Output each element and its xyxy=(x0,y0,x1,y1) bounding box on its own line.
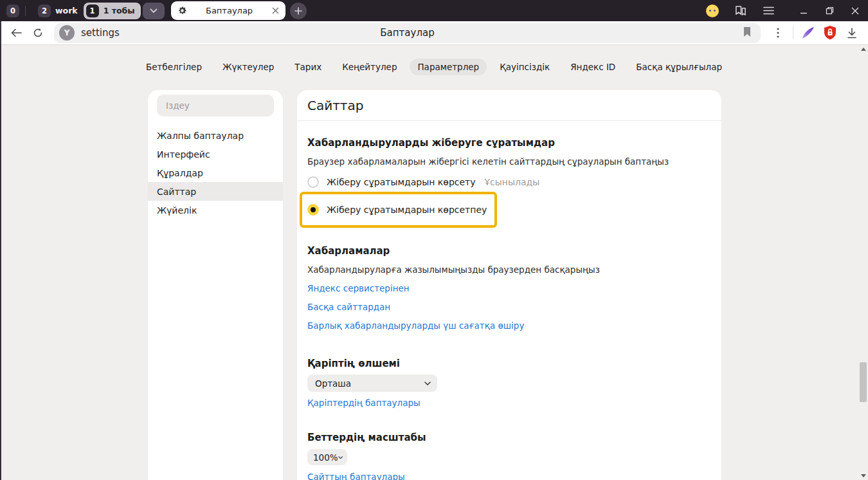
nav-tab-other-devices[interactable]: Басқа құрылғылар xyxy=(628,59,730,75)
nav-tab-extensions[interactable]: Кеңейтулер xyxy=(334,59,404,75)
toolbar-separator xyxy=(793,26,793,39)
link-yandex-services[interactable]: Яндекс сервистерінен xyxy=(307,282,711,295)
recommended-badge: Ұсынылады xyxy=(485,177,540,187)
nav-tab-bookmarks[interactable]: Бетбелгілер xyxy=(138,59,210,75)
address-url[interactable]: settings xyxy=(81,27,120,39)
section-description: Хабарландыруларға жазылымыңызды браузерд… xyxy=(307,263,711,276)
bookmark-button[interactable] xyxy=(743,26,752,41)
sidebar-item-system[interactable]: Жүйелік xyxy=(148,201,283,219)
toolbar-kebab-button[interactable] xyxy=(767,23,789,42)
bookmark-icon xyxy=(743,26,752,38)
tab-group-count-badge: 0 xyxy=(6,5,19,17)
side-panel-button[interactable] xyxy=(734,5,746,17)
page-scrollbar[interactable] xyxy=(859,45,868,480)
extension-feather-button[interactable] xyxy=(797,23,819,42)
sidebar-item-sites[interactable]: Сайттар xyxy=(148,182,283,201)
protect-shield-button[interactable] xyxy=(819,23,841,42)
plus-icon xyxy=(294,7,302,15)
tab-group-work[interactable]: 2 work xyxy=(38,5,78,17)
tab-group-0[interactable]: 0 xyxy=(6,5,19,17)
scrollbar-down-arrow[interactable] xyxy=(861,474,866,477)
back-arrow-icon xyxy=(11,28,22,37)
link-site-settings[interactable]: Сайттың баптаулары xyxy=(307,472,405,480)
nav-tab-downloads[interactable]: Жүктеулер xyxy=(215,59,282,75)
group-separator xyxy=(25,6,26,16)
tab-group-count-badge: 1 xyxy=(86,5,99,17)
profile-avatar[interactable] xyxy=(706,5,719,17)
address-page-title: Баптаулар xyxy=(54,27,761,39)
section-heading-font-size: Қаріптің өлшемі xyxy=(307,357,711,370)
sidebar-item-interface[interactable]: Интерфейс xyxy=(148,145,283,163)
chevron-down-icon xyxy=(150,8,158,14)
radio-label[interactable]: Жіберу сұратымдарын көрсету xyxy=(327,177,476,187)
link-other-sites[interactable]: Басқа сайттардан xyxy=(307,300,711,313)
page-zoom-select[interactable]: 100% xyxy=(307,449,347,465)
notification-links: Яндекс сервистерінен Басқа сайттардан Ба… xyxy=(307,282,711,332)
font-size-value: Орташа xyxy=(315,378,351,389)
reload-icon xyxy=(33,28,43,38)
browser-toolbar: Y settings Баптаулар xyxy=(0,21,868,45)
downloads-button[interactable] xyxy=(841,23,863,42)
nav-tab-yandex-id[interactable]: Яндекс ID xyxy=(563,59,623,75)
shield-lock-icon xyxy=(823,25,837,41)
titlebar-right-controls xyxy=(706,0,868,21)
page-title: Сайттар xyxy=(307,98,363,113)
active-tab-settings[interactable]: Баптаулар xyxy=(171,1,285,20)
download-icon xyxy=(847,28,857,39)
minimize-button[interactable] xyxy=(791,0,817,21)
section-description: Браузер хабарламаларын жібергісі келетін… xyxy=(307,155,711,168)
close-window-button[interactable] xyxy=(842,0,868,21)
nav-tab-settings[interactable]: Параметрлер xyxy=(410,59,487,75)
close-icon xyxy=(851,7,859,15)
settings-nav-tabs: Бетбелгілер Жүктеулер Тарих Кеңейтулер П… xyxy=(0,58,868,76)
tab-group-label: 1 тобы xyxy=(104,6,135,15)
back-button[interactable] xyxy=(5,23,27,42)
scrollbar-up-arrow[interactable] xyxy=(861,48,866,51)
reload-button[interactable] xyxy=(27,23,49,42)
tab-group-chevron-button[interactable] xyxy=(143,3,165,19)
radio-selected-icon[interactable] xyxy=(307,204,319,216)
close-tab-icon[interactable] xyxy=(272,7,279,14)
settings-search[interactable] xyxy=(157,95,274,116)
search-input[interactable] xyxy=(157,100,274,111)
radio-option-hide-requests[interactable]: Жіберу сұратымдарын көрсетпеу xyxy=(307,203,487,217)
radio-label[interactable]: Жіберу сұратымдарын көрсетпеу xyxy=(327,205,487,215)
sidebar-item-tools[interactable]: Құралдар xyxy=(148,163,283,182)
link-mute-all-three-hours[interactable]: Барлық хабарландыруларды үш сағатқа өшір… xyxy=(307,319,711,332)
tab-group-selected[interactable]: 1 1 тобы xyxy=(84,3,141,19)
browser-menu-button[interactable] xyxy=(763,6,774,15)
highlight-annotation: Жіберу сұратымдарын көрсетпеу xyxy=(300,192,497,228)
settings-main-panel: Сайттар Хабарландыруларды жіберуге сұрат… xyxy=(297,90,721,480)
toolbar-right xyxy=(767,23,863,42)
address-bar[interactable]: Y settings Баптаулар xyxy=(54,23,761,43)
section-heading-notification-requests: Хабарландыруларды жіберуге сұратымдар xyxy=(307,136,711,149)
page-zoom-value: 100% xyxy=(313,452,338,463)
radio-option-show-requests[interactable]: Жіберу сұратымдарын көрсету Ұсынылады xyxy=(307,175,711,189)
tab-group-count-badge: 2 xyxy=(38,5,51,17)
tab-group-label: work xyxy=(55,6,78,15)
link-font-settings[interactable]: Қаріптердің баптаулары xyxy=(307,398,420,408)
panels-icon xyxy=(734,5,746,17)
font-size-select[interactable]: Орташа xyxy=(307,374,437,392)
radio-unselected-icon[interactable] xyxy=(307,176,319,188)
chevron-down-icon xyxy=(424,382,431,385)
chevron-down-icon xyxy=(338,456,343,459)
scrollbar-thumb[interactable] xyxy=(860,362,867,402)
sidebar-list: Жалпы баптаулар Интерфейс Құралдар Сайтт… xyxy=(148,126,283,219)
window-left-edge xyxy=(0,21,1,480)
tab-title: Баптаулар xyxy=(187,6,272,15)
settings-sidebar: Жалпы баптаулар Интерфейс Құралдар Сайтт… xyxy=(148,90,283,480)
restore-button[interactable] xyxy=(817,0,842,21)
kebab-icon xyxy=(777,28,779,38)
restore-icon xyxy=(826,6,834,15)
nav-tab-history[interactable]: Тарих xyxy=(287,59,329,75)
section-heading-page-zoom: Беттердің масштабы xyxy=(307,431,711,444)
new-tab-button[interactable] xyxy=(290,3,307,19)
minimize-icon xyxy=(800,7,808,15)
page-title-row: Сайттар xyxy=(297,90,721,121)
gear-icon xyxy=(177,6,187,15)
feather-icon xyxy=(801,26,815,40)
sidebar-item-general[interactable]: Жалпы баптаулар xyxy=(148,126,283,145)
hamburger-menu-icon xyxy=(763,6,774,15)
nav-tab-security[interactable]: Қауіпсіздік xyxy=(492,59,557,75)
